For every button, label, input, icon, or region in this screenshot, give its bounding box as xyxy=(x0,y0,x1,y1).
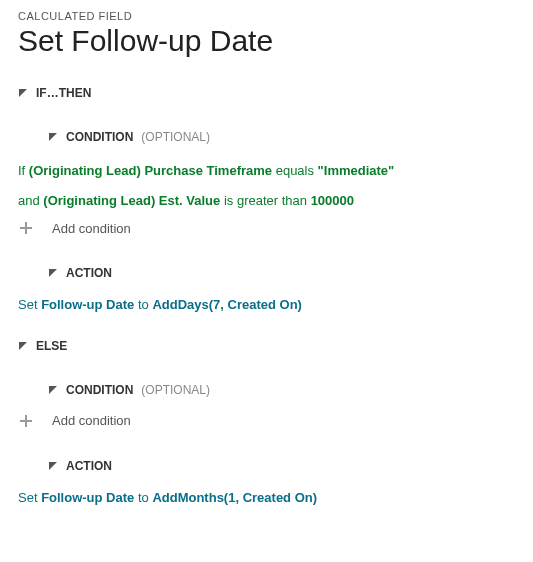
svg-marker-4 xyxy=(49,269,57,277)
svg-marker-0 xyxy=(19,89,27,97)
svg-rect-8 xyxy=(20,420,32,422)
plus-icon xyxy=(18,413,34,429)
cond-field: (Originating Lead) Purchase Timeframe xyxy=(29,163,272,178)
plus-icon xyxy=(18,220,34,236)
action-field: Follow-up Date xyxy=(41,297,134,312)
cond-prefix: If xyxy=(18,163,29,178)
action-label: ACTION xyxy=(66,266,112,280)
else-action-header[interactable]: ACTION xyxy=(48,453,515,479)
cond-op: equals xyxy=(272,163,318,178)
cond-field: (Originating Lead) Est. Value xyxy=(43,193,220,208)
if-then-label: IF…THEN xyxy=(36,86,91,100)
condition-label: CONDITION xyxy=(66,383,133,397)
add-condition-if[interactable]: Add condition xyxy=(18,220,515,236)
svg-marker-6 xyxy=(49,386,57,394)
else-label: ELSE xyxy=(36,339,67,353)
expand-icon[interactable] xyxy=(48,385,58,395)
expand-icon[interactable] xyxy=(48,132,58,142)
expand-icon[interactable] xyxy=(18,341,28,351)
optional-label: (OPTIONAL) xyxy=(141,383,210,397)
if-condition-header[interactable]: CONDITION (OPTIONAL) xyxy=(48,124,515,150)
svg-rect-3 xyxy=(20,227,32,229)
cond-op: is greater than xyxy=(220,193,310,208)
eyebrow-label: CALCULATED FIELD xyxy=(18,10,515,22)
condition-label: CONDITION xyxy=(66,130,133,144)
else-action-line[interactable]: Set Follow-up Date to AddMonths(1, Creat… xyxy=(18,489,515,507)
svg-marker-1 xyxy=(49,133,57,141)
if-then-header[interactable]: IF…THEN xyxy=(18,80,515,106)
optional-label: (OPTIONAL) xyxy=(141,130,210,144)
action-expr: AddDays(7, Created On) xyxy=(152,297,302,312)
add-condition-label: Add condition xyxy=(52,413,131,428)
if-action-line[interactable]: Set Follow-up Date to AddDays(7, Created… xyxy=(18,296,515,314)
else-condition-header[interactable]: CONDITION (OPTIONAL) xyxy=(48,377,515,403)
page-title: Set Follow-up Date xyxy=(18,24,515,58)
if-action-header[interactable]: ACTION xyxy=(48,260,515,286)
action-mid: to xyxy=(134,297,152,312)
cond-value: 100000 xyxy=(311,193,354,208)
add-condition-label: Add condition xyxy=(52,221,131,236)
if-condition-2[interactable]: and (Originating Lead) Est. Value is gre… xyxy=(18,192,515,210)
action-prefix: Set xyxy=(18,297,41,312)
action-mid: to xyxy=(134,490,152,505)
action-field: Follow-up Date xyxy=(41,490,134,505)
cond-value: "Immediate" xyxy=(318,163,395,178)
cond-prefix: and xyxy=(18,193,43,208)
expand-icon[interactable] xyxy=(18,88,28,98)
svg-marker-5 xyxy=(19,342,27,350)
else-header[interactable]: ELSE xyxy=(18,333,515,359)
action-expr: AddMonths(1, Created On) xyxy=(152,490,317,505)
action-label: ACTION xyxy=(66,459,112,473)
action-prefix: Set xyxy=(18,490,41,505)
svg-marker-9 xyxy=(49,462,57,470)
expand-icon[interactable] xyxy=(48,461,58,471)
expand-icon[interactable] xyxy=(48,268,58,278)
add-condition-else[interactable]: Add condition xyxy=(18,413,515,429)
if-condition-1[interactable]: If (Originating Lead) Purchase Timeframe… xyxy=(18,162,515,180)
